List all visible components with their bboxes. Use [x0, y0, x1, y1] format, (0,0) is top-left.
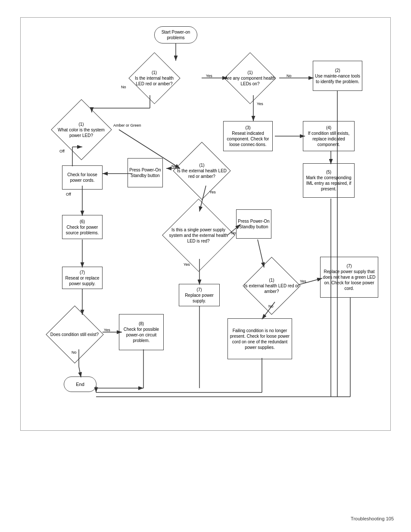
b-failing-node: Failing condition is no longer present. … [227, 318, 292, 359]
b7-replace-ps-node: (7)Replace power supply. [179, 284, 220, 306]
label-yes6: Yes [104, 328, 110, 332]
b7-no-green-node: (7)Replace power supply that does not ha… [320, 257, 378, 298]
b-check-loose-node: Check for loose power cords. [62, 165, 103, 190]
label-no1: No [121, 85, 126, 89]
page: Start Power-on problems (1)Is the intern… [0, 0, 411, 532]
label-no2: No [286, 74, 292, 78]
end-node: End [64, 376, 97, 392]
label-no4: No [231, 231, 236, 235]
page-footer: Troubleshooting 105 [351, 516, 394, 521]
b3-node: (3)Reseat indicated component. Check for… [223, 121, 273, 151]
label-amber-green: Amber or Green [113, 123, 141, 128]
b2-node: (2)Use mainte-nance tools to identify th… [313, 61, 362, 91]
label-yes2: Yes [257, 102, 263, 106]
q2-diamond-wrapper: (1)Are any component health LEDs on? [219, 59, 281, 97]
label-yes4: Yes [184, 262, 190, 267]
q1-diamond-wrapper: (1)Is the internal health LED red or amb… [128, 59, 180, 97]
q-ext1-diamond-wrapper: (1)Is the external health LED red or amb… [171, 149, 233, 192]
label-no6: No [72, 350, 77, 355]
b-press1-node: Press Power-On Standby button [128, 158, 163, 187]
b-press2-node: Press Power-On Standby button [236, 209, 271, 239]
q-condition-diamond-wrapper: Does condition still exist? [47, 313, 103, 356]
b6-node: (6)Check for power source problems. [62, 215, 103, 239]
label-yes5: Yes [300, 279, 306, 283]
label-no5: No [268, 304, 274, 308]
b5-node: (5)Mark the corresponding IML entry as r… [303, 163, 355, 198]
label-off1: Off [59, 149, 65, 153]
b7-reseat-node: (7)Reseat or replace power supply. [62, 267, 103, 289]
flowchart: Start Power-on problems (1)Is the intern… [20, 17, 391, 431]
q-ext2-diamond-wrapper: (1)Is external health LED red or amber? [240, 264, 303, 307]
label-yes1: Yes [206, 74, 212, 78]
svg-line-25 [79, 367, 81, 377]
svg-line-19 [258, 240, 264, 268]
b4-node: (4)If condition still exists, replace in… [303, 121, 355, 151]
start-node: Start Power-on problems [154, 26, 197, 44]
b8-node: (8)Check for possible power-on circuit p… [119, 314, 164, 350]
label-no3: No [171, 164, 177, 168]
label-yes3: Yes [209, 190, 216, 194]
q-single-diamond-wrapper: Is this a single power supply system and… [163, 207, 234, 263]
label-off2: Off [66, 192, 71, 196]
q-color-diamond-wrapper: (1)What color is the system power LED? [50, 108, 112, 151]
